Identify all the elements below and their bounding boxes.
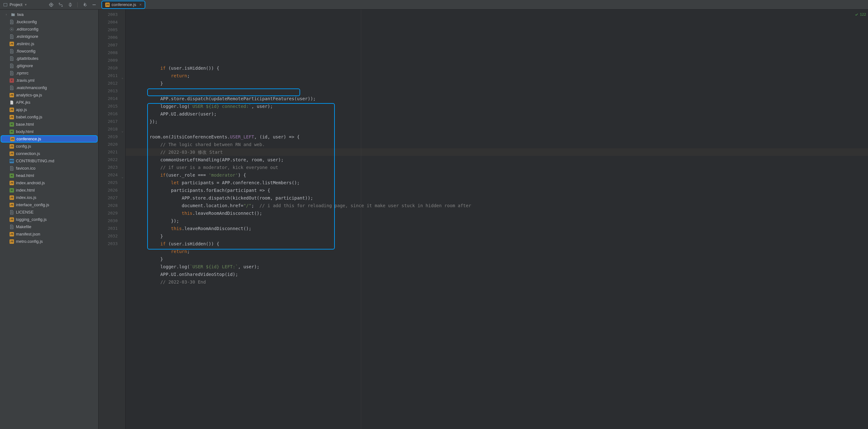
tree-item-index-html[interactable]: Hindex.html: [0, 187, 98, 194]
tree-item--npmrc[interactable]: .npmrc: [0, 69, 98, 77]
collapse-icon[interactable]: [68, 2, 73, 7]
tree-item--gitignore[interactable]: .gitignore: [0, 62, 98, 69]
code-line[interactable]: commonUserLeftHandling(APP.store, room, …: [126, 156, 868, 164]
code-line[interactable]: if (user.isHidden()) {: [126, 64, 868, 72]
code-line[interactable]: [126, 125, 868, 133]
code-line[interactable]: [126, 57, 868, 64]
tree-item-connection-js[interactable]: JSconnection.js: [0, 150, 98, 157]
tree-item-APK-jks[interactable]: APK.jks: [0, 99, 98, 106]
code-line[interactable]: APP.UI.addUser(user);: [126, 110, 868, 118]
tree-item-label: .watchmanconfig: [16, 85, 47, 90]
code-line[interactable]: });: [126, 217, 868, 225]
toolbar: Project ▼ JS conference.js ×: [0, 0, 868, 9]
tree-item-babel-config-js[interactable]: JSbabel.config.js: [0, 113, 98, 121]
code-line[interactable]: // 2022-03-30 修改 Start: [126, 148, 868, 156]
editor[interactable]: 200320042005200620072008200920102011⌄201…: [99, 9, 868, 429]
tree-folder-twa[interactable]: › twa: [0, 11, 98, 18]
tree-item-label: babel.config.js: [16, 115, 42, 119]
code-line[interactable]: APP.store.dispatch(kickedOut(room, parti…: [126, 194, 868, 202]
code-line[interactable]: if(user._role === 'moderator') {: [126, 171, 868, 179]
close-icon[interactable]: ×: [139, 3, 142, 7]
chevron-down-icon: ▼: [24, 3, 27, 6]
tree-item--gitattributes[interactable]: .gitattributes: [0, 55, 98, 62]
code-line[interactable]: }: [126, 255, 868, 263]
tree-item--watchmanconfig[interactable]: .watchmanconfig: [0, 84, 98, 91]
tree-item-favicon-ico[interactable]: favicon.ico: [0, 165, 98, 172]
code-line[interactable]: let participants = APP.conference.listMe…: [126, 179, 868, 187]
code-line[interactable]: [126, 87, 868, 95]
tree-item-body-html[interactable]: Hbody.html: [0, 128, 98, 135]
code-line[interactable]: return;: [126, 248, 868, 255]
code-line[interactable]: });: [126, 118, 868, 125]
tree-item-CONTRIBUTING-md[interactable]: MDCONTRIBUTING.md: [0, 157, 98, 165]
gutter-line: 2015: [99, 103, 125, 110]
code-line[interactable]: APP.store.dispatch(updateRemoteParticipa…: [126, 95, 868, 103]
code-line[interactable]: }: [126, 80, 868, 87]
tree-item-head-html[interactable]: Hhead.html: [0, 172, 98, 179]
code-line[interactable]: document.location.href="/"; // i add thi…: [126, 202, 868, 209]
target-icon[interactable]: [49, 2, 54, 7]
inspection-count: 122: [860, 11, 866, 19]
tree-item-index-ios-js[interactable]: JSindex.ios.js: [0, 194, 98, 201]
code-area[interactable]: 122 if (user.isHidden()) { return; } APP…: [126, 9, 868, 429]
tree-item-app-js[interactable]: JSapp.js: [0, 106, 98, 113]
tree-item-analytics-ga-js[interactable]: JSanalytics-ga.js: [0, 91, 98, 99]
tree-item-LICENSE[interactable]: LICENSE: [0, 208, 98, 216]
gear-icon[interactable]: [82, 2, 87, 7]
tree-item--travis-yml[interactable]: Y.travis.yml: [0, 77, 98, 84]
code-line[interactable]: participants.forEach(participant => {: [126, 187, 868, 194]
js-icon: JS: [9, 203, 14, 207]
tree-item--flowconfig[interactable]: .flowconfig: [0, 48, 98, 55]
js-icon: JS: [9, 181, 14, 185]
inspection-indicator[interactable]: 122: [855, 11, 866, 19]
tree-item-label: .buckconfig: [16, 20, 37, 24]
html-icon: H: [9, 130, 14, 134]
tree-item-label: manifest.json: [16, 232, 40, 236]
code-line[interactable]: return;: [126, 72, 868, 80]
code-line[interactable]: // 2022-03-30 End: [126, 278, 868, 286]
tree-item-config-js[interactable]: JSconfig.js: [0, 143, 98, 150]
tree-item-conference-js[interactable]: JSconference.js: [1, 135, 98, 143]
tree-item-base-html[interactable]: Hbase.html: [0, 121, 98, 128]
tree-item--buckconfig[interactable]: .buckconfig: [0, 18, 98, 25]
tree-item-interface_config-js[interactable]: JSinterface_config.js: [0, 201, 98, 208]
code-line[interactable]: }: [126, 232, 868, 240]
js-icon: JS: [9, 144, 14, 149]
tree-item--eslintignore[interactable]: .eslintignore: [0, 33, 98, 40]
tree-item-logging_config-js[interactable]: JSlogging_config.js: [0, 216, 98, 223]
tree-item-manifest-json[interactable]: JSmanifest.json: [0, 230, 98, 238]
code-line[interactable]: logger.log(`USER ${id} connected:`, user…: [126, 103, 868, 110]
code-line[interactable]: // if user is a moderator, kick everyone…: [126, 164, 868, 171]
project-dropdown[interactable]: Project ▼: [1, 2, 29, 8]
tree-item--eslintrc-js[interactable]: JS.eslintrc.js: [0, 40, 98, 48]
fold-marker-icon[interactable]: ⌄: [120, 74, 123, 77]
tree-item-label: .gitignore: [16, 63, 33, 68]
js-icon: JS: [9, 217, 14, 222]
tree-item-metro-config-js[interactable]: JSmetro.config.js: [0, 238, 98, 245]
tree-item-Makefile[interactable]: Makefile: [0, 223, 98, 230]
code-line[interactable]: APP.UI.onSharedVideoStop(id);: [126, 270, 868, 278]
expand-icon[interactable]: [58, 2, 63, 7]
toolbar-icons: [49, 2, 97, 7]
minimize-icon[interactable]: [92, 2, 97, 7]
tree-item-index-android-js[interactable]: JSindex.android.js: [0, 179, 98, 187]
code-line[interactable]: room.on(JitsiConferenceEvents.USER_LEFT,…: [126, 133, 868, 141]
file-icon: [9, 166, 14, 171]
tab-filename: conference.js: [112, 2, 136, 7]
fold-marker-icon[interactable]: ⌄: [120, 127, 123, 131]
editor-tab-conference[interactable]: JS conference.js ×: [101, 1, 145, 9]
tree-item-label: app.js: [16, 107, 27, 112]
tree-item-label: .flowconfig: [16, 49, 35, 54]
gutter-line: 2018⌄: [99, 125, 125, 133]
code-line[interactable]: logger.log(`USER ${id} LEFT:`, user);: [126, 263, 868, 270]
code-line[interactable]: [126, 286, 868, 293]
code-line[interactable]: this.leaveRoomAndDisconnect();: [126, 209, 868, 217]
project-tree[interactable]: › twa .buckconfig.editorconfig.eslintign…: [0, 9, 99, 429]
fold-marker-icon[interactable]: ⌄: [120, 173, 123, 176]
code-line[interactable]: this.leaveRoomAndDisconnect();: [126, 225, 868, 232]
code-line[interactable]: // The logic shared between RN and web.: [126, 141, 868, 148]
file-icon: [9, 86, 14, 90]
tree-item--editorconfig[interactable]: .editorconfig: [0, 25, 98, 33]
code-line[interactable]: if (user.isHidden()) {: [126, 240, 868, 248]
chevron-right-icon[interactable]: ›: [6, 13, 9, 16]
